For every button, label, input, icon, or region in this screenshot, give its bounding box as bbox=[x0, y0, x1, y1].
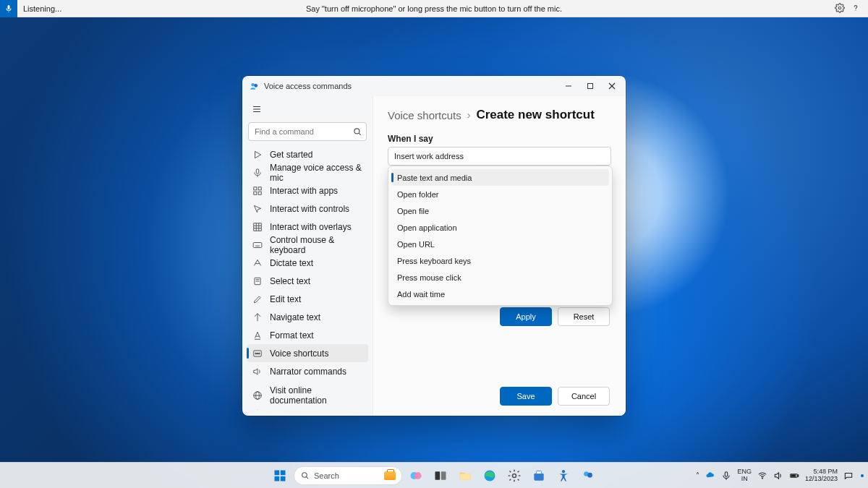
svg-point-2 bbox=[855, 9, 856, 10]
sidebar-item-label: Select text bbox=[270, 276, 310, 286]
action-label: Paste text and media bbox=[397, 174, 472, 182]
voice-access-app-button[interactable] bbox=[577, 465, 599, 487]
minimize-button[interactable] bbox=[558, 76, 579, 96]
mic-button[interactable] bbox=[0, 0, 17, 17]
voice-access-commands-window: Voice access commands Get started bbox=[242, 76, 626, 416]
sidebar-item-label: Control mouse & keyboard bbox=[270, 235, 362, 255]
svg-point-41 bbox=[258, 353, 260, 354]
cancel-button[interactable]: Cancel bbox=[558, 387, 610, 406]
explorer-button[interactable] bbox=[454, 465, 476, 487]
sidebar-item-interact-overlays[interactable]: Interact with overlays bbox=[247, 218, 368, 236]
app-icon bbox=[250, 81, 260, 91]
edit-icon bbox=[252, 294, 263, 304]
notifications-icon[interactable] bbox=[843, 471, 854, 481]
start-button[interactable] bbox=[269, 465, 291, 487]
sidebar-item-narrator[interactable]: Narrator commands bbox=[247, 362, 368, 380]
copilot-button[interactable] bbox=[405, 465, 427, 487]
breadcrumb-current: Create new shortcut bbox=[476, 108, 594, 122]
clock[interactable]: 5:48 PM 12/13/2023 bbox=[805, 468, 838, 482]
svg-rect-6 bbox=[588, 84, 593, 89]
svg-marker-14 bbox=[255, 151, 261, 158]
action-item-open-app[interactable]: Open application bbox=[391, 219, 609, 236]
close-button[interactable] bbox=[601, 76, 623, 96]
apply-button[interactable]: Apply bbox=[500, 307, 552, 326]
reset-button[interactable]: Reset bbox=[558, 307, 610, 326]
action-label: Press keyboard keys bbox=[397, 257, 471, 265]
sidebar-item-label: Interact with apps bbox=[270, 186, 338, 196]
search-input[interactable] bbox=[248, 122, 367, 141]
action-dropdown[interactable]: Paste text and media Open folder Open fi… bbox=[388, 166, 613, 306]
action-item-keyboard[interactable]: Press keyboard keys bbox=[391, 252, 609, 269]
sidebar-item-navigate-text[interactable]: Navigate text bbox=[247, 308, 368, 326]
cursor-icon bbox=[252, 204, 263, 214]
sidebar-item-label: Voice shortcuts bbox=[270, 348, 328, 359]
sidebar-item-label: Format text bbox=[270, 330, 314, 341]
svg-point-12 bbox=[354, 129, 359, 134]
sidebar-item-label: Visit online documentation bbox=[270, 385, 362, 406]
settings-icon[interactable] bbox=[835, 3, 845, 14]
svg-rect-15 bbox=[256, 168, 259, 173]
sidebar-item-interact-controls[interactable]: Interact with controls bbox=[247, 200, 368, 218]
svg-rect-68 bbox=[791, 474, 796, 476]
help-icon[interactable] bbox=[851, 3, 861, 14]
sidebar-item-get-started[interactable]: Get started bbox=[247, 145, 368, 163]
language-indicator[interactable]: ENG IN bbox=[737, 468, 752, 482]
when-i-say-input[interactable] bbox=[388, 147, 611, 166]
svg-rect-67 bbox=[798, 474, 799, 476]
download-icon bbox=[252, 408, 263, 411]
action-label: Open URL bbox=[397, 240, 435, 249]
taskbar[interactable]: Search ˄ ENG I bbox=[0, 462, 868, 488]
sidebar-item-manage-mic[interactable]: Manage voice access & mic bbox=[247, 163, 368, 181]
sidebar-item-mouse-keyboard[interactable]: Control mouse & keyboard bbox=[247, 236, 368, 254]
taskbar-search[interactable]: Search bbox=[294, 466, 402, 485]
svg-line-13 bbox=[359, 133, 361, 135]
svg-rect-46 bbox=[281, 470, 286, 475]
system-tray[interactable]: ˄ ENG IN 5:48 PM 12/13/2023 bbox=[696, 468, 864, 482]
sidebar-item-select-text[interactable]: Select text bbox=[247, 272, 368, 290]
action-item-paste[interactable]: Paste text and media bbox=[391, 169, 609, 186]
maximize-button[interactable] bbox=[579, 76, 601, 96]
svg-rect-19 bbox=[254, 192, 257, 194]
battery-icon[interactable] bbox=[789, 471, 799, 481]
svg-rect-26 bbox=[253, 242, 262, 247]
sidebar-item-edit-text[interactable]: Edit text bbox=[247, 290, 368, 308]
settings-button[interactable] bbox=[503, 465, 525, 487]
sidebar-item-dictate[interactable]: Dictate text bbox=[247, 254, 368, 272]
sidebar-item-interact-apps[interactable]: Interact with apps bbox=[247, 181, 368, 200]
action-item-mouse[interactable]: Press mouse click bbox=[391, 269, 609, 286]
sidebar-item-format-text[interactable]: Format text bbox=[247, 326, 368, 344]
shortcut-icon bbox=[252, 348, 263, 359]
svg-rect-63 bbox=[726, 471, 728, 476]
task-view-button[interactable] bbox=[430, 465, 451, 487]
svg-point-60 bbox=[562, 470, 565, 473]
svg-rect-20 bbox=[258, 192, 261, 194]
accessibility-button[interactable] bbox=[553, 465, 574, 487]
svg-point-0 bbox=[838, 7, 841, 9]
wifi-icon[interactable] bbox=[757, 471, 767, 481]
svg-point-39 bbox=[255, 353, 257, 354]
mic-tray-icon[interactable] bbox=[721, 471, 731, 481]
sidebar-item-voice-shortcuts[interactable]: Voice shortcuts bbox=[247, 344, 368, 362]
sidebar-item-docs[interactable]: Visit online documentation bbox=[247, 386, 368, 404]
breadcrumb-parent[interactable]: Voice shortcuts bbox=[388, 109, 461, 121]
titlebar[interactable]: Voice access commands bbox=[242, 76, 626, 96]
action-item-open-url[interactable]: Open URL bbox=[391, 236, 609, 252]
store-button[interactable] bbox=[528, 465, 550, 487]
save-button[interactable]: Save bbox=[500, 387, 552, 406]
action-item-wait[interactable]: Add wait time bbox=[391, 286, 609, 302]
svg-rect-45 bbox=[275, 470, 280, 475]
sidebar-item-label: Narrator commands bbox=[270, 367, 346, 377]
svg-point-52 bbox=[414, 472, 422, 479]
action-item-open-folder[interactable]: Open folder bbox=[391, 186, 609, 202]
sound-icon[interactable] bbox=[773, 471, 783, 481]
sidebar-search[interactable] bbox=[248, 122, 367, 141]
mic-icon bbox=[252, 168, 263, 178]
svg-rect-53 bbox=[435, 471, 441, 480]
action-label: Open application bbox=[397, 223, 457, 232]
onedrive-icon[interactable] bbox=[705, 471, 715, 481]
edge-button[interactable] bbox=[479, 465, 501, 487]
sidebar-item-label: Download local copy bbox=[270, 408, 349, 411]
hamburger-button[interactable] bbox=[248, 100, 265, 118]
action-item-open-file[interactable]: Open file bbox=[391, 202, 609, 219]
tray-overflow-icon[interactable]: ˄ bbox=[696, 471, 699, 479]
